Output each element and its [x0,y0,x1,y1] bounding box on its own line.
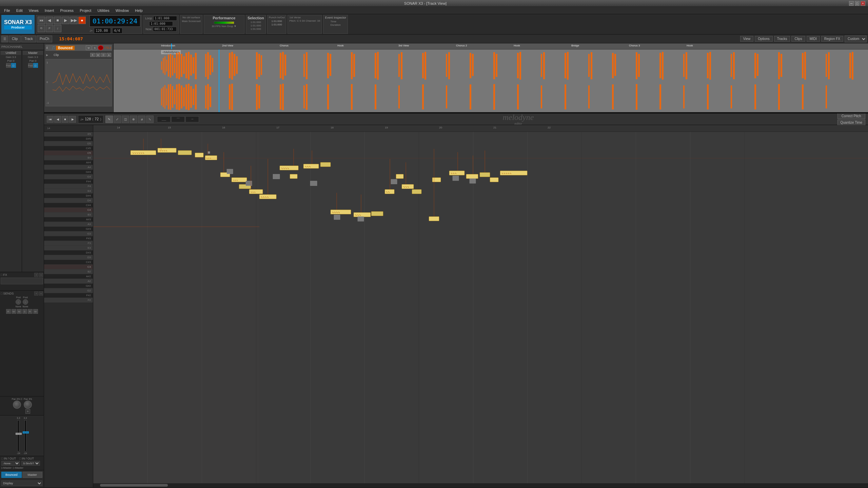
sec-clip-btn[interactable]: Clip [9,36,21,42]
key-ds4[interactable]: D#4 [44,194,93,198]
key-f3[interactable]: F3 [44,241,93,246]
track-mute-btn[interactable]: M [86,45,91,50]
next-btn[interactable]: ▶▶ [70,17,78,24]
key-d3[interactable]: D3 [44,255,93,260]
key-as2[interactable]: A#2 [44,274,93,279]
sec-proch-btn[interactable]: ProCh [37,36,52,42]
mel-tool6[interactable]: ⤡ [146,116,154,123]
ch1-post-btn[interactable]: Post [6,63,11,68]
key-e4[interactable]: E4 [44,189,93,194]
mel-play-btn[interactable]: ▶ [69,116,76,123]
sends-w2-btn[interactable]: W [33,309,38,314]
sidebar-icon[interactable]: ☰ [1,36,8,42]
sends-r2-btn[interactable]: R [28,309,33,314]
minimize-btn[interactable]: ─ [849,1,854,6]
fx1-add-btn[interactable]: + [34,273,38,277]
fader2-track[interactable] [24,420,26,451]
menu-file[interactable]: File [1,8,13,13]
now-time[interactable]: 001:01:733 [153,27,177,32]
maximize-btn[interactable]: □ [855,1,860,6]
sends1-close-btn[interactable]: × [39,291,43,296]
clip-a-btn[interactable]: A [106,53,111,57]
clip-w-btn[interactable]: W [96,53,100,57]
key-d5[interactable]: D5 [44,141,93,146]
key-d4[interactable]: D4 [44,198,93,203]
fader1-track[interactable] [17,420,19,451]
sends1-add-btn[interactable]: + [34,291,38,296]
mel-back-btn[interactable]: ⏮ [47,116,54,123]
mel-tool4[interactable]: ⊕ [130,116,137,123]
key-a4[interactable]: A4 [44,165,93,170]
bounced-btn[interactable]: Bounced [1,472,22,478]
key-b4[interactable]: B4 [44,156,93,160]
key-fs4[interactable]: F#4 [44,179,93,184]
key-e5[interactable]: E5 [44,132,93,137]
loop-start[interactable]: 1:01:000 [153,16,177,21]
mel-tool5[interactable]: ⌀ [138,116,145,123]
key-a3[interactable]: A3 [44,222,93,227]
key-gs3[interactable]: G#3 [44,227,93,231]
view-btn[interactable]: View [740,36,754,42]
display-select[interactable]: Display [1,481,42,486]
fader1-thumb[interactable] [16,433,22,435]
correct-pitch-btn[interactable]: Correct Pitch [837,113,865,119]
key-b3[interactable]: B3 [44,212,93,217]
tempo-display[interactable]: 120.00 [94,28,111,34]
key-cs3[interactable]: C#3 [44,260,93,265]
key-f4[interactable]: F4 [44,184,93,189]
key-g2[interactable]: G2 [44,288,93,293]
pan1-knob[interactable] [13,401,21,409]
key-gs2[interactable]: G#2 [44,284,93,288]
key-as4[interactable]: A#4 [44,160,93,165]
menu-utilities[interactable]: Utilities [95,8,112,13]
melodyne-h-scrollbar[interactable] [93,483,868,487]
mel-scroll-thumb[interactable] [100,484,168,487]
region-fx-btn[interactable]: Region FX [821,36,843,42]
options-btn[interactable]: Options [755,36,772,42]
rewind-btn[interactable]: ⏮ [38,17,45,24]
menu-project[interactable]: Project [77,8,94,13]
mel-tool1[interactable]: ✎ [105,116,113,123]
send1-knob[interactable]: ○ [16,299,21,305]
key-f2[interactable]: F2 [44,298,93,303]
send2-knob[interactable]: ○ [23,299,28,305]
smpte-display[interactable]: 01:00:29:24 [90,15,140,27]
key-gs4[interactable]: G#4 [44,170,93,175]
key-fs2[interactable]: F#2 [44,293,93,298]
time-sig-display[interactable]: 4/4 [112,28,122,34]
key-a2[interactable]: A2 [44,279,93,284]
play-btn[interactable]: ▶ [62,17,70,24]
key-b2[interactable]: B2 [44,269,93,274]
ch1-m-btn[interactable]: □ [11,63,16,68]
clips-btn[interactable]: Clips [791,36,805,42]
key-ds3[interactable]: D#3 [44,250,93,255]
sends-w-btn[interactable]: W [12,309,16,314]
key-ds5[interactable]: D#5 [44,137,93,141]
track-rec-dot[interactable] [98,45,103,50]
loop-end[interactable]: 1:01:000 [149,21,173,26]
clip-r-btn[interactable]: R [90,53,95,57]
master-btn[interactable]: Master [22,472,43,478]
ch2-m-btn[interactable]: □ [33,63,38,68]
key-fs3[interactable]: F#3 [44,236,93,241]
fx1-close-btn[interactable]: × [39,273,43,277]
mel-tool2[interactable]: ⤢ [114,116,121,123]
mel-prev-btn[interactable]: ◀ [54,116,61,123]
key-e3[interactable]: E3 [44,246,93,250]
sec-track-btn[interactable]: Track [21,36,36,42]
menu-help[interactable]: Help [132,8,145,13]
io2-select[interactable]: S-5trv5/7608 [21,461,40,466]
click-btn[interactable]: ♩ [54,25,61,32]
menu-process[interactable]: Process [57,8,76,13]
pan2-knob[interactable] [24,401,32,409]
midi-btn[interactable]: MIDI [807,36,820,42]
close-btn[interactable]: × [861,1,865,6]
ch2-post-btn[interactable]: Post [28,63,33,68]
record-btn[interactable]: ● [78,17,86,24]
io1-select[interactable]: -None- [1,461,20,466]
mel-stop-btn[interactable]: ■ [62,116,68,123]
tracks-btn[interactable]: Tracks [774,36,790,42]
key-as3[interactable]: A#3 [44,217,93,222]
sends-s-btn[interactable]: S [22,309,27,314]
menu-edit[interactable]: Edit [14,8,25,13]
